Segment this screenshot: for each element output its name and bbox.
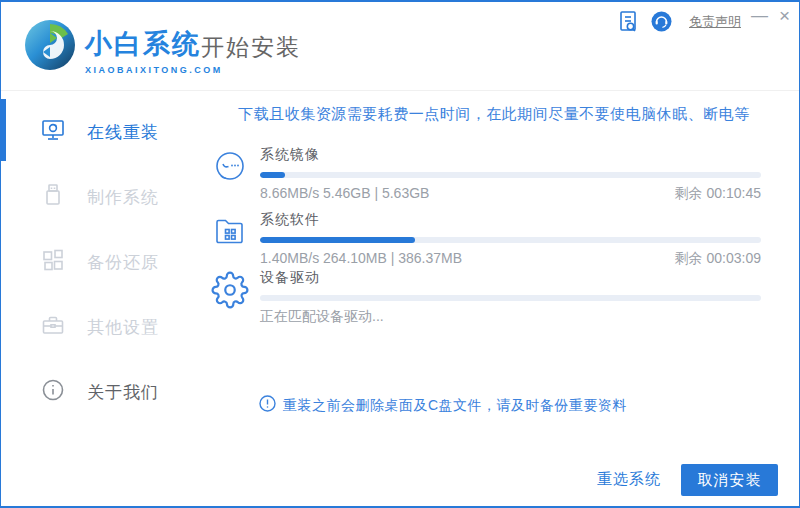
monitor-reinstall-icon — [41, 118, 65, 146]
sidebar-item-label: 制作系统 — [87, 186, 159, 209]
exclamation-circle-icon — [259, 395, 276, 416]
close-button[interactable]: × — [779, 6, 790, 26]
task-remaining: 剩余 00:10:45 — [675, 185, 761, 203]
sidebar-item-backup-restore[interactable]: 备份还原 — [1, 246, 201, 278]
progress-fill — [260, 237, 415, 243]
backup-notice-text: 重装之前会删除桌面及C盘文件，请及时备份重要资料 — [283, 397, 627, 415]
page-title: 开始安装 — [201, 32, 301, 63]
installer-window: 小白系统 XIAOBAIXITONG.COM 开始安装 免责声明 — × — [0, 0, 800, 508]
sidebar-item-other-settings[interactable]: 其他设置 — [1, 311, 201, 343]
task-title: 设备驱动 — [260, 269, 761, 287]
sidebar-item-online-reinstall[interactable]: 在线重装 — [1, 116, 201, 148]
sidebar-item-about-us[interactable]: 关于我们 — [1, 376, 201, 408]
sidebar-item-make-system[interactable]: 制作系统 — [1, 181, 201, 213]
toolbox-icon — [41, 313, 65, 341]
usb-drive-icon — [41, 183, 65, 211]
task-stats: 8.66MB/s 5.46GB | 5.63GB — [260, 185, 429, 203]
task-title: 系统软件 — [260, 211, 761, 229]
task-stats: 1.40MB/s 264.10MB | 386.37MB — [260, 250, 462, 268]
disclaimer-link[interactable]: 免责声明 — [689, 13, 741, 31]
sidebar-item-label: 关于我们 — [87, 381, 159, 404]
reselect-system-button[interactable]: 重选系统 — [597, 470, 667, 489]
log-viewer-icon[interactable] — [617, 10, 639, 38]
task-remaining: 剩余 00:03:09 — [675, 250, 761, 268]
progress-fill — [260, 172, 285, 178]
sidebar-item-label: 在线重装 — [87, 121, 159, 144]
progress-bar — [260, 172, 761, 178]
task-device-driver: 设备驱动 正在匹配设备驱动... — [211, 269, 761, 326]
task-system-image: 系统镜像 8.66MB/s 5.46GB | 5.63GB 剩余 00:10:4… — [211, 146, 761, 203]
progress-bar — [260, 237, 761, 243]
folder-apps-icon — [211, 213, 249, 255]
info-icon — [41, 378, 65, 406]
sidebar-item-label: 备份还原 — [87, 251, 159, 274]
backup-notice: 重装之前会删除桌面及C盘文件，请及时备份重要资料 — [259, 395, 627, 416]
brand-logo — [23, 18, 77, 72]
task-system-software: 系统软件 1.40MB/s 264.10MB | 386.37MB 剩余 00:… — [211, 211, 761, 268]
cancel-install-button[interactable]: 取消安装 — [681, 464, 778, 496]
task-title: 系统镜像 — [260, 146, 761, 164]
gear-icon — [211, 271, 249, 313]
minimize-button[interactable]: — — [751, 6, 768, 26]
progress-bar — [260, 295, 761, 301]
backup-blocks-icon — [41, 248, 65, 276]
mascot-face-icon — [211, 148, 249, 190]
header-divider — [1, 90, 799, 91]
task-stats: 正在匹配设备驱动... — [260, 308, 384, 326]
brand-domain: XIAOBAIXITONG.COM — [85, 65, 223, 75]
sidebar-item-label: 其他设置 — [87, 316, 159, 339]
customer-service-icon[interactable] — [651, 11, 672, 36]
download-warning-text: 下载且收集资源需要耗费一点时间，在此期间尽量不要使电脑休眠、断电等 — [201, 105, 787, 124]
